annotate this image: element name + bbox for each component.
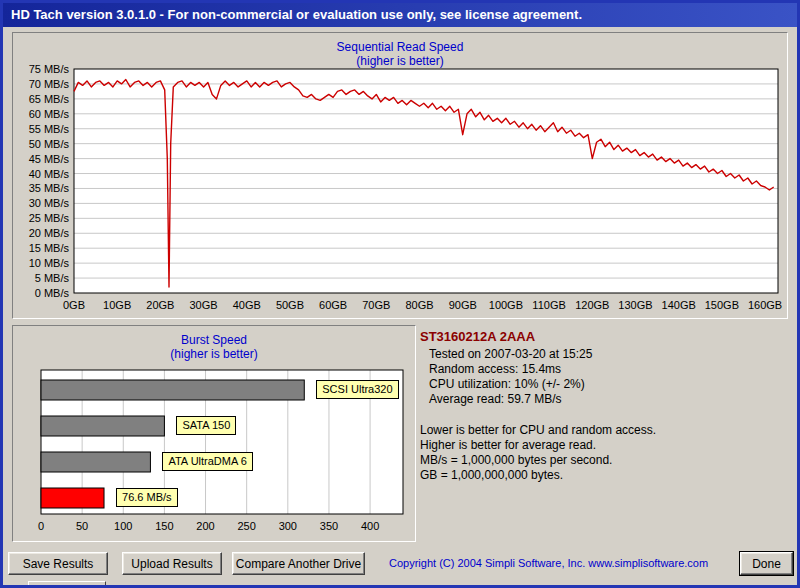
- burst-speed-chart: 050100150200250300350400 SCSI Ultra320SA…: [19, 368, 411, 538]
- y-tick-label: 15 MB/s: [29, 242, 70, 254]
- burst-bar-label: ATA UltraDMA 6: [162, 452, 252, 471]
- done-button[interactable]: Done: [740, 552, 793, 575]
- sequential-read-panel: Sequential Read Speed (higher is better)…: [12, 32, 788, 319]
- info-line: Average read: 59.7 MB/s: [429, 392, 792, 407]
- x-tick-label: 200: [196, 520, 214, 532]
- y-tick-label: 20 MB/s: [29, 227, 70, 239]
- x-tick-label: 150GB: [705, 299, 739, 311]
- compare-another-drive-button[interactable]: Compare Another Drive: [232, 552, 365, 575]
- drive-name: ST3160212A 2AAA: [420, 329, 792, 344]
- burst-bar: [41, 380, 304, 400]
- info-line: Random access: 15.4ms: [429, 362, 792, 377]
- burst-bar-label: 76.6 MB/s: [116, 488, 178, 507]
- legend-notes: Lower is better for CPU and random acces…: [420, 423, 792, 483]
- burst-bar-label: SATA 150: [176, 416, 236, 435]
- x-tick-label: 70GB: [362, 299, 390, 311]
- x-tick-label: 350: [320, 520, 338, 532]
- x-tick-label: 0GB: [63, 299, 85, 311]
- x-tick-label: 20GB: [146, 299, 174, 311]
- x-tick-label: 140GB: [662, 299, 696, 311]
- background-window-fragment: [28, 581, 106, 587]
- y-tick-label: 65 MB/s: [29, 93, 70, 105]
- burst-bar: [41, 488, 104, 508]
- y-tick-label: 70 MB/s: [29, 78, 70, 90]
- x-tick-label: 50: [76, 520, 88, 532]
- y-tick-label: 30 MB/s: [29, 197, 70, 209]
- y-tick-label: 60 MB/s: [29, 108, 70, 120]
- y-tick-label: 55 MB/s: [29, 123, 70, 135]
- x-tick-label: 300: [279, 520, 297, 532]
- x-tick-label: 50GB: [276, 299, 304, 311]
- x-tick-label: 150: [155, 520, 173, 532]
- seq-chart-title: Sequential Read Speed: [13, 40, 787, 54]
- save-results-button[interactable]: Save Results: [8, 552, 108, 575]
- burst-chart-subtitle: (higher is better): [13, 347, 415, 361]
- burst-speed-panel: Burst Speed (higher is better) 050100150…: [12, 325, 416, 542]
- x-tick-label: 100GB: [489, 299, 523, 311]
- x-tick-label: 90GB: [449, 299, 477, 311]
- x-tick-label: 40GB: [233, 299, 261, 311]
- legend-note: Higher is better for average read.: [420, 438, 792, 453]
- copyright-text: Copyright (C) 2004 Simpli Software, Inc.…: [389, 557, 708, 569]
- x-tick-label: 0: [38, 520, 44, 532]
- x-tick-label: 80GB: [405, 299, 433, 311]
- sequential-read-chart: 75 MB/s70 MB/s65 MB/s60 MB/s55 MB/s50 MB…: [16, 65, 786, 321]
- legend-note: MB/s = 1,000,000 bytes per second.: [420, 453, 792, 468]
- x-tick-label: 10GB: [103, 299, 131, 311]
- y-tick-label: 5 MB/s: [35, 272, 70, 284]
- drive-info: ST3160212A 2AAA Tested on 2007-03-20 at …: [420, 329, 792, 483]
- burst-bar-label: SCSI Ultra320: [316, 380, 398, 399]
- window-title: HD Tach version 3.0.1.0 - For non-commer…: [11, 7, 582, 22]
- x-tick-label: 160GB: [748, 299, 782, 311]
- burst-chart-title: Burst Speed: [13, 333, 415, 347]
- y-tick-label: 10 MB/s: [29, 257, 70, 269]
- x-tick-label: 250: [238, 520, 256, 532]
- y-tick-label: 45 MB/s: [29, 153, 70, 165]
- x-tick-label: 130GB: [618, 299, 652, 311]
- info-line: CPU utilization: 10% (+/- 2%): [429, 377, 792, 392]
- info-line: Tested on 2007-03-20 at 15:25: [429, 347, 792, 362]
- titlebar[interactable]: HD Tach version 3.0.1.0 - For non-commer…: [3, 3, 797, 27]
- burst-bar: [41, 452, 150, 472]
- legend-note: GB = 1,000,000,000 bytes.: [420, 468, 792, 483]
- x-tick-label: 120GB: [575, 299, 609, 311]
- x-tick-label: 110GB: [532, 299, 565, 311]
- y-tick-label: 50 MB/s: [29, 138, 70, 150]
- x-tick-label: 100: [114, 520, 132, 532]
- y-tick-label: 40 MB/s: [29, 168, 70, 180]
- upload-results-button[interactable]: Upload Results: [122, 552, 222, 575]
- burst-bar: [41, 416, 164, 436]
- y-tick-label: 25 MB/s: [29, 212, 70, 224]
- y-tick-label: 0 MB/s: [35, 287, 70, 299]
- x-tick-label: 60GB: [319, 299, 347, 311]
- x-tick-label: 30GB: [190, 299, 218, 311]
- drive-stats: Tested on 2007-03-20 at 15:25Random acce…: [420, 347, 792, 407]
- y-tick-label: 75 MB/s: [29, 65, 70, 75]
- y-tick-label: 35 MB/s: [29, 182, 70, 194]
- legend-note: Lower is better for CPU and random acces…: [420, 423, 792, 438]
- hdtach-window: HD Tach version 3.0.1.0 - For non-commer…: [0, 0, 800, 588]
- x-tick-label: 400: [361, 520, 379, 532]
